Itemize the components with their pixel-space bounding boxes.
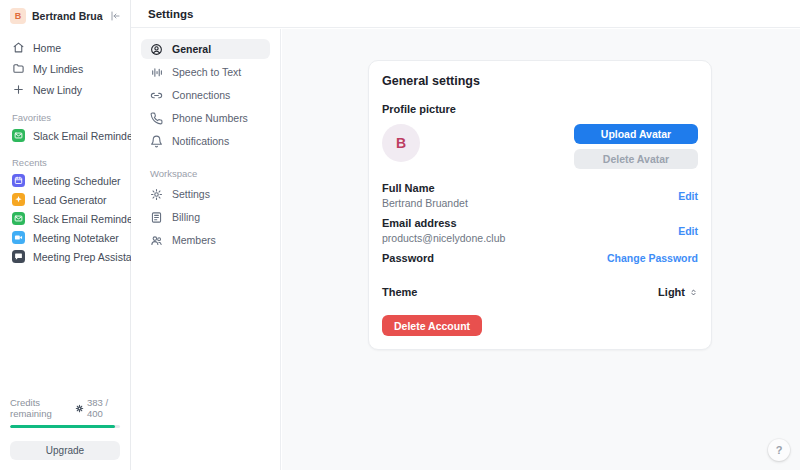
workspace-name: Bertrand Bruandet's... xyxy=(32,10,103,22)
settings-tab-speech-to-text[interactable]: Speech to Text xyxy=(141,62,270,82)
general-settings-card: General settings Profile picture B Uploa… xyxy=(368,60,712,350)
upload-avatar-button[interactable]: Upload Avatar xyxy=(574,124,698,144)
sidebar-item-label: Slack Email Reminder xyxy=(33,213,136,225)
collapse-sidebar-icon[interactable] xyxy=(109,10,121,22)
folder-icon xyxy=(12,62,25,75)
recents-section-label: Recents xyxy=(0,145,130,171)
credits-progress-bar xyxy=(10,425,120,428)
settings-tab-label: Phone Numbers xyxy=(172,112,248,124)
topbar: Settings xyxy=(131,0,800,28)
sidebar-item-label: Home xyxy=(33,42,61,54)
theme-select[interactable]: Light xyxy=(658,286,698,298)
credits-progress-fill xyxy=(10,425,115,428)
settings-tab-label: Notifications xyxy=(172,135,229,147)
sidebar-item-lead-generator[interactable]: Lead Generator xyxy=(0,190,130,209)
email-value: products@nicelydone.club xyxy=(382,232,505,244)
sidebar-item-label: Lead Generator xyxy=(33,194,107,206)
password-row: Password Change Password xyxy=(382,252,698,264)
settings-tab-label: Speech to Text xyxy=(172,66,241,78)
sparkle-icon xyxy=(12,193,25,206)
theme-row: Theme Light xyxy=(382,286,698,298)
home-icon xyxy=(12,41,25,54)
app-sidebar: B Bertrand Bruandet's... Home My Lindies… xyxy=(0,0,131,470)
bell-icon xyxy=(150,135,163,148)
sidebar-item-meeting-scheduler[interactable]: Meeting Scheduler xyxy=(0,171,130,190)
settings-tab-label: General xyxy=(172,43,211,55)
sidebar-item-new-lindy[interactable]: New Lindy xyxy=(0,79,130,100)
billing-icon xyxy=(150,211,163,224)
gear-icon xyxy=(150,188,163,201)
sidebar-item-label: New Lindy xyxy=(33,84,82,96)
settings-tab-general[interactable]: General xyxy=(141,39,270,59)
sidebar-item-label: Meeting Notetaker xyxy=(33,232,119,244)
full-name-label: Full Name xyxy=(382,182,468,194)
delete-account-button[interactable]: Delete Account xyxy=(382,315,482,336)
sidebar-nav: Home My Lindies New Lindy xyxy=(0,31,130,100)
full-name-field: Full Name Bertrand Bruandet Edit xyxy=(382,182,698,209)
settings-tab-label: Settings xyxy=(172,188,210,200)
theme-value: Light xyxy=(658,286,685,298)
favorites-section-label: Favorites xyxy=(0,100,130,126)
full-name-value: Bertrand Bruandet xyxy=(382,197,468,209)
theme-label: Theme xyxy=(382,286,417,298)
edit-email-link[interactable]: Edit xyxy=(678,225,698,237)
link-icon xyxy=(150,89,163,102)
video-icon xyxy=(12,231,25,244)
sidebar-item-label: Meeting Prep Assistant xyxy=(33,251,140,263)
calendar-icon xyxy=(12,174,25,187)
sidebar-item-slack-email-reminder-2[interactable]: Slack Email Reminder xyxy=(0,209,130,228)
settings-tab-label: Connections xyxy=(172,89,230,101)
settings-tab-notifications[interactable]: Notifications xyxy=(141,131,270,151)
settings-tab-connections[interactable]: Connections xyxy=(141,85,270,105)
plus-icon xyxy=(12,83,25,96)
settings-tab-label: Members xyxy=(172,234,216,246)
sidebar-item-label: Meeting Scheduler xyxy=(33,175,121,187)
card-title: General settings xyxy=(382,74,698,88)
credits-label: Credits remaining xyxy=(10,397,75,419)
credits-value: 383 / 400 xyxy=(87,397,120,419)
credits-coin-icon xyxy=(75,404,84,413)
upgrade-button[interactable]: Upgrade xyxy=(10,441,120,460)
settings-nav: General Speech to Text Connections Phone… xyxy=(131,29,281,470)
sidebar-item-slack-email-reminder[interactable]: Slack Email Reminder xyxy=(0,126,130,145)
sidebar-item-meeting-notetaker[interactable]: Meeting Notetaker xyxy=(0,228,130,247)
change-password-link[interactable]: Change Password xyxy=(607,252,698,264)
page-title: Settings xyxy=(148,8,193,20)
chevron-up-down-icon xyxy=(689,288,698,297)
phone-icon xyxy=(150,112,163,125)
help-button[interactable]: ? xyxy=(768,439,790,461)
sidebar-item-home[interactable]: Home xyxy=(0,37,130,58)
settings-tab-phone-numbers[interactable]: Phone Numbers xyxy=(141,108,270,128)
sidebar-footer: Credits remaining 383 / 400 Upgrade xyxy=(0,389,130,470)
mail-icon xyxy=(12,212,25,225)
email-field: Email address products@nicelydone.club E… xyxy=(382,217,698,244)
profile-picture-label: Profile picture xyxy=(382,103,698,115)
workspace-switcher[interactable]: B Bertrand Bruandet's... xyxy=(0,0,130,31)
edit-full-name-link[interactable]: Edit xyxy=(678,190,698,202)
user-circle-icon xyxy=(150,43,163,56)
settings-tab-billing[interactable]: Billing xyxy=(141,207,270,227)
mail-icon xyxy=(12,129,25,142)
settings-tab-label: Billing xyxy=(172,211,200,223)
chat-icon xyxy=(12,250,25,263)
sidebar-item-meeting-prep-assistant[interactable]: Meeting Prep Assistant xyxy=(0,247,130,266)
members-icon xyxy=(150,234,163,247)
password-label: Password xyxy=(382,252,434,264)
settings-tab-workspace-settings[interactable]: Settings xyxy=(141,184,270,204)
main-content: General settings Profile picture B Uploa… xyxy=(282,29,800,470)
profile-avatar: B xyxy=(382,124,420,162)
waveform-icon xyxy=(150,66,163,79)
email-label: Email address xyxy=(382,217,505,229)
delete-avatar-button[interactable]: Delete Avatar xyxy=(574,149,698,169)
workspace-section-label: Workspace xyxy=(141,154,270,184)
sidebar-item-label: Slack Email Reminder xyxy=(33,130,136,142)
settings-tab-members[interactable]: Members xyxy=(141,230,270,250)
sidebar-item-my-lindies[interactable]: My Lindies xyxy=(0,58,130,79)
sidebar-item-label: My Lindies xyxy=(33,63,83,75)
workspace-avatar: B xyxy=(10,8,26,24)
